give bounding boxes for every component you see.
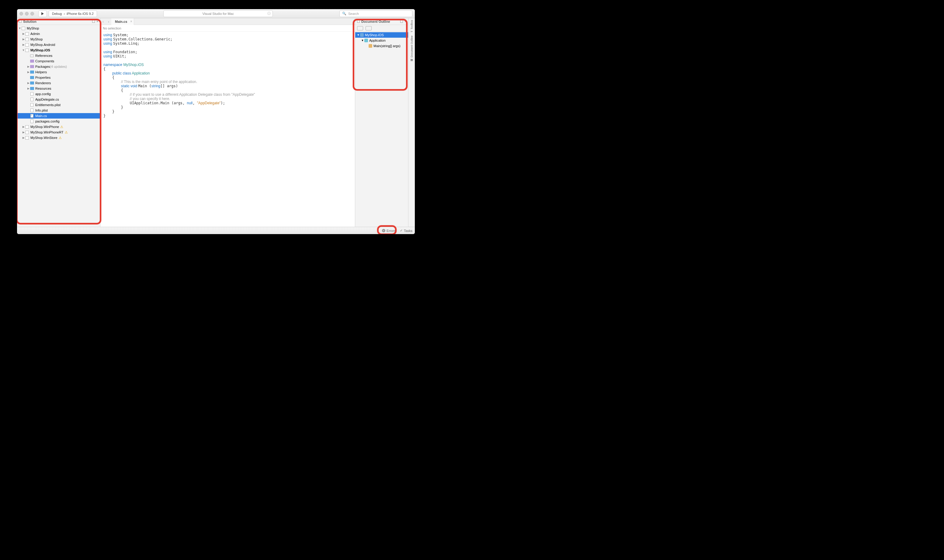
- error-icon: ×: [382, 229, 385, 232]
- errors-label: Errors: [387, 229, 396, 232]
- outline-view-mode-2-icon[interactable]: [365, 26, 372, 31]
- search-input[interactable]: 🔍 Search: [339, 10, 413, 17]
- outline-header: Document Outline ×: [355, 18, 408, 25]
- autohide-icon[interactable]: [92, 20, 95, 23]
- config-label: Debug: [52, 12, 62, 15]
- tab-label: Main.cs: [115, 20, 127, 23]
- editor-tab[interactable]: Main.cs ×: [111, 18, 134, 25]
- tree-item[interactable]: Info.plist: [17, 108, 100, 113]
- play-icon: [42, 12, 44, 15]
- tree-item[interactable]: ▶Helpers: [17, 69, 100, 75]
- tab-bar: ‹ › Main.cs ×: [100, 18, 355, 25]
- check-icon: ✓: [400, 229, 403, 232]
- tree-item[interactable]: Components: [17, 58, 100, 64]
- rail-document-outline[interactable]: ▦ Document Outline: [410, 35, 413, 62]
- tree-item[interactable]: AppDelegate.cs: [17, 97, 100, 102]
- nav-back-icon[interactable]: ‹: [100, 20, 106, 23]
- run-button[interactable]: [38, 10, 47, 17]
- rail-toolbox-label: Toolbox: [410, 20, 413, 29]
- rail-outline-label: Document Outline: [410, 35, 413, 57]
- project-node[interactable]: ▶MyShop: [17, 37, 100, 42]
- body: Solution × ▼MyShop▶Admin▶MyShop▶MyShop.A…: [17, 18, 415, 227]
- project-node[interactable]: ▶MyShop.Android: [17, 42, 100, 48]
- outline-item[interactable]: Main(string[] args): [355, 43, 408, 49]
- panel-icon: [357, 20, 360, 23]
- rail-toolbox[interactable]: T Toolbox: [410, 20, 413, 32]
- errors-button[interactable]: × Errors: [382, 229, 396, 232]
- titlebar: Debug › iPhone 6s iOS 9.2 Visual Studio …: [17, 9, 415, 18]
- outline-item[interactable]: ▼Application: [355, 38, 408, 43]
- ide-window: Debug › iPhone 6s iOS 9.2 Visual Studio …: [17, 9, 415, 234]
- solution-panel: Solution × ▼MyShop▶Admin▶MyShop▶MyShop.A…: [17, 18, 100, 227]
- tasks-label: Tasks: [404, 229, 413, 232]
- tree-item[interactable]: Main.cs: [17, 113, 100, 118]
- outline-title: Document Outline: [361, 20, 390, 23]
- outline-toolbar: [355, 25, 408, 32]
- solution-title: Solution: [23, 20, 37, 23]
- right-rail: T Toolbox ▦ Document Outline: [408, 18, 415, 227]
- project-node[interactable]: ▶MyShop.WinPhoneRT⚠: [17, 129, 100, 135]
- solution-tree[interactable]: ▼MyShop▶Admin▶MyShop▶MyShop.Android▼MySh…: [17, 25, 100, 227]
- tree-item[interactable]: ▶Renderers: [17, 80, 100, 86]
- outline-icon: ▦: [410, 58, 413, 62]
- tree-item[interactable]: ▶Resources: [17, 86, 100, 91]
- search-placeholder: Search: [348, 12, 359, 15]
- window-controls: [20, 12, 34, 15]
- tree-item[interactable]: References: [17, 53, 100, 58]
- editor: ‹ › Main.cs × No selection using System;…: [100, 18, 355, 227]
- breadcrumb[interactable]: No selection: [100, 25, 355, 32]
- toolbox-icon: T: [410, 31, 413, 32]
- code-area[interactable]: using System; using System.Collections.G…: [100, 32, 355, 227]
- project-node[interactable]: ▶MyShop.WinStore⚠: [17, 135, 100, 140]
- zoom-window-icon[interactable]: [31, 12, 34, 15]
- close-icon[interactable]: ×: [405, 20, 406, 23]
- outline-item[interactable]: ▼MyShop.iOS: [355, 32, 408, 38]
- tree-item[interactable]: packages.config: [17, 118, 100, 124]
- info-icon[interactable]: ⓘ: [267, 11, 271, 16]
- tree-item[interactable]: ▶Packages (4 updates): [17, 64, 100, 69]
- solution-header: Solution ×: [17, 18, 100, 25]
- outline-tree[interactable]: ▼MyShop.iOS▼ApplicationMain(string[] arg…: [355, 32, 408, 227]
- tasks-button[interactable]: ✓ Tasks: [400, 229, 413, 232]
- tree-root[interactable]: ▼MyShop: [17, 26, 100, 31]
- chevron-right-icon: ›: [63, 12, 65, 15]
- autohide-icon[interactable]: [400, 20, 403, 23]
- close-icon[interactable]: ×: [96, 20, 98, 23]
- tab-close-icon[interactable]: ×: [131, 20, 132, 23]
- status-display: Visual Studio for Mac ⓘ: [163, 10, 273, 17]
- document-outline-panel: Document Outline × ▼MyShop.iOS▼Applicati…: [355, 18, 408, 227]
- close-window-icon[interactable]: [20, 12, 23, 15]
- project-node[interactable]: ▼MyShop.iOS: [17, 48, 100, 53]
- panel-icon: [19, 20, 22, 23]
- project-node[interactable]: ▶Admin: [17, 31, 100, 37]
- tree-item[interactable]: Properties: [17, 75, 100, 80]
- outline-view-mode-1-icon[interactable]: [357, 26, 363, 31]
- run-target-selector[interactable]: Debug › iPhone 6s iOS 9.2: [49, 10, 97, 17]
- status-bar: × Errors ✓ Tasks: [17, 227, 415, 234]
- status-text: Visual Studio for Mac: [203, 12, 234, 15]
- tree-item[interactable]: Entitlements.plist: [17, 102, 100, 108]
- device-label: iPhone 6s iOS 9.2: [66, 12, 94, 15]
- nav-forward-icon[interactable]: ›: [106, 20, 111, 23]
- minimize-window-icon[interactable]: [25, 12, 29, 15]
- project-node[interactable]: ▶MyShop.WinPhone⚠: [17, 124, 100, 129]
- search-icon: 🔍: [342, 12, 346, 15]
- tree-item[interactable]: app.config: [17, 91, 100, 97]
